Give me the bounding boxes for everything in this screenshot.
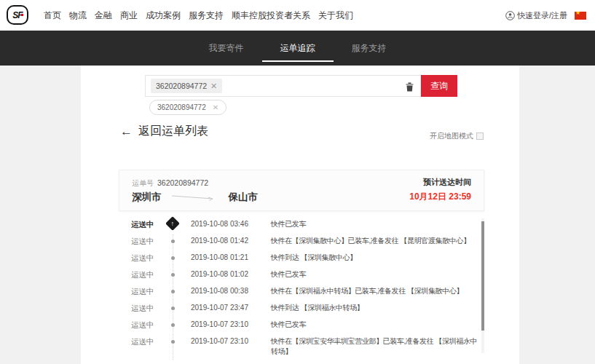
- timeline-status: 运送中: [131, 303, 160, 313]
- waybill-number-value: 362020894772: [157, 178, 208, 187]
- service-tabbar: 我要寄件运单追踪服务支持: [0, 31, 595, 66]
- timeline-time: 2019-10-07 23:10: [191, 336, 259, 347]
- tab[interactable]: 运单追踪: [262, 42, 334, 55]
- waybill-number-label: 运单号: [132, 178, 154, 189]
- tab[interactable]: 服务支持: [334, 42, 405, 55]
- timeline-status: 运送中: [131, 269, 160, 280]
- timeline-time: 2019-10-08 03:46: [191, 219, 259, 229]
- tracking-number-input[interactable]: 362020894772 ✕: [145, 75, 421, 97]
- timeline-description: 快件到达 【深圳集散中心】: [271, 253, 481, 263]
- nav-item[interactable]: 关于我们: [318, 9, 353, 22]
- nav-item[interactable]: 首页: [44, 9, 61, 22]
- timeline-description: 快件已发车: [271, 320, 481, 330]
- timeline-row: 运送中2019-10-08 01:21快件到达 【深圳集散中心】: [81, 249, 519, 266]
- timeline-scrollbar-track[interactable]: [481, 218, 484, 353]
- origin-city: 深圳市: [132, 191, 162, 204]
- timeline-description: 快件在【深圳集散中心】已装车,准备发往 【昆明官渡集散中心】: [271, 236, 481, 246]
- nav-item[interactable]: 成功案例: [146, 9, 181, 22]
- sf-logo[interactable]: SF: [7, 5, 28, 25]
- top-header: SF 首页物流金融商业成功案例服务支持顺丰控股投资者关系关于我们 快速登录/注册…: [0, 0, 595, 31]
- login-register-link[interactable]: 快速登录/注册: [505, 0, 567, 31]
- destination-city: 保山市: [229, 191, 259, 204]
- timeline-dot-icon: [168, 303, 178, 313]
- sf-logo-text: SF: [12, 10, 22, 20]
- chip-remove-icon[interactable]: ✕: [210, 82, 217, 91]
- timeline-time: 2019-10-08 00:38: [191, 286, 259, 296]
- history-remove-icon[interactable]: ✕: [213, 103, 218, 111]
- eta-block: 预计送达时间 10月12日 23:59: [409, 177, 471, 203]
- timeline-status: 运送中: [131, 219, 160, 229]
- map-mode-checkbox[interactable]: [476, 132, 484, 140]
- waybill-card: 运单号 362020894772 深圳市 保山市 预计送达时间 10月12日 2…: [119, 170, 484, 211]
- timeline-scrollbar-thumb[interactable]: [481, 221, 484, 331]
- trash-icon[interactable]: [406, 82, 414, 95]
- eta-label: 预计送达时间: [409, 177, 471, 188]
- timeline-time: 2019-10-07 23:10: [191, 320, 259, 330]
- map-mode-toggle: 开启地图模式: [430, 131, 484, 141]
- back-label: 返回运单列表: [138, 124, 208, 139]
- timeline-status: 运送中: [131, 286, 160, 296]
- waybill-number-line: 运单号 362020894772: [132, 178, 208, 189]
- timeline-description: 快件在【深圳宝安华丰圳宝营业部】已装车,准备发往 【深圳福永中转场】: [271, 336, 481, 357]
- timeline-dot-icon: [168, 269, 178, 280]
- timeline-description: 快件到达 【深圳福永中转场】: [271, 303, 481, 313]
- timeline-time: 2019-10-08 01:42: [191, 236, 259, 246]
- timeline-dot-icon: [168, 320, 178, 330]
- search-history-value: 362020894772: [157, 103, 206, 111]
- timeline-description: 快件在【深圳福永中转场】已装车,准备发往 【深圳集散中心】: [271, 286, 481, 296]
- timeline-status: 运送中: [131, 320, 160, 330]
- timeline-status: 运送中: [131, 336, 160, 347]
- back-arrow-icon: ←: [120, 124, 133, 139]
- timeline-row: 运送中2019-10-07 23:47快件到达 【深圳福永中转场】: [81, 299, 519, 316]
- timeline-dot-icon: [168, 236, 178, 246]
- eta-value: 10月12日 23:59: [409, 191, 471, 203]
- timeline-dot-icon: [168, 253, 178, 263]
- timeline-row: 运送中2019-10-08 01:42快件在【深圳集散中心】已装车,准备发往 【…: [81, 232, 519, 249]
- timeline-time: 2019-10-08 01:02: [191, 269, 259, 280]
- map-mode-label: 开启地图模式: [430, 131, 473, 141]
- tracking-number-chip-value: 362020894772: [156, 82, 207, 90]
- nav-item[interactable]: 服务支持: [189, 9, 224, 22]
- nav-item[interactable]: 金融: [95, 9, 112, 22]
- tracking-number-chip: 362020894772 ✕: [151, 79, 222, 93]
- route: 深圳市 保山市: [132, 191, 258, 204]
- timeline-description: 快件已发车: [271, 269, 481, 280]
- timeline-dot-icon: [168, 286, 178, 296]
- main-nav: 首页物流金融商业成功案例服务支持顺丰控股投资者关系关于我们: [44, 0, 353, 31]
- timeline-status: 运送中: [131, 236, 160, 246]
- timeline-row: 运送中2019-10-07 23:10快件在【深圳宝安华丰圳宝营业部】已装车,准…: [81, 333, 519, 360]
- timeline-time: 2019-10-08 01:21: [191, 253, 259, 263]
- timeline-list: 运送中↑2019-10-08 03:46快件已发车运送中2019-10-08 0…: [81, 215, 519, 364]
- tab[interactable]: 我要寄件: [191, 42, 262, 55]
- back-to-waybill-list[interactable]: ← 返回运单列表: [120, 124, 208, 139]
- timeline-row: 运送中2019-10-07 23:10快件已发车: [81, 316, 519, 333]
- timeline-dot-icon: [168, 336, 178, 347]
- nav-item[interactable]: 顺丰控股投资者关系: [232, 9, 310, 22]
- route-arrow-icon: [170, 193, 220, 202]
- search-history-chip[interactable]: 362020894772 ✕: [149, 100, 226, 115]
- person-circle-icon: [505, 11, 515, 20]
- query-button[interactable]: 查询: [421, 75, 457, 97]
- china-flag-icon[interactable]: ★: [575, 12, 586, 20]
- timeline-status: 运送中: [131, 253, 160, 263]
- timeline-row: 运送中2019-10-08 01:02快件已发车: [81, 266, 519, 282]
- timeline-row: 运送中2019-10-08 00:38快件在【深圳福永中转场】已装车,准备发往 …: [81, 282, 519, 299]
- main-content: 362020894772 ✕ 查询 362020894772 ✕ ← 返回运单列…: [81, 66, 519, 364]
- current-location-icon: ↑: [168, 219, 178, 229]
- login-register-label: 快速登录/注册: [517, 10, 567, 21]
- timeline-row: 运送中↑2019-10-08 03:46快件已发车: [81, 215, 519, 232]
- timeline-time: 2019-10-07 23:47: [191, 303, 259, 313]
- nav-item[interactable]: 物流: [69, 9, 87, 22]
- timeline-description: 快件已发车: [271, 219, 481, 229]
- nav-item[interactable]: 商业: [120, 9, 138, 22]
